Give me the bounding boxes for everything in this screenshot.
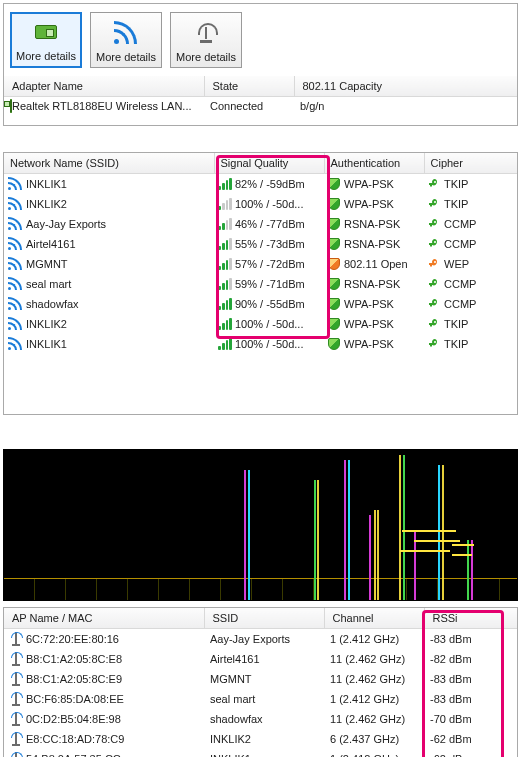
adapter-capacity-text: b/g/n: [294, 97, 517, 116]
col-signal[interactable]: Signal Quality: [214, 153, 324, 174]
ap-mac-text: BC:F6:85:DA:08:EE: [26, 693, 124, 705]
wifi-icon: [8, 218, 22, 230]
ap-rssi-text: -83 dBm: [430, 693, 472, 705]
cipher-text: CCMP: [444, 298, 476, 310]
auth-text: RSNA-PSK: [344, 278, 400, 290]
key-icon: [428, 318, 440, 330]
key-icon: [428, 238, 440, 250]
ap-row[interactable]: 0C:D2:B5:04:8E:98shadowfax11 (2.462 GHz)…: [4, 709, 517, 729]
adapter-row[interactable]: Realtek RTL8188EU Wireless LAN... Connec…: [4, 97, 517, 116]
col-ssid[interactable]: Network Name (SSID): [4, 153, 214, 174]
wifi-icon: [8, 318, 22, 330]
wifi-icon: [8, 258, 22, 270]
key-icon: [428, 338, 440, 350]
ap-row[interactable]: 54:B8:0A:57:35:CCINKLIK11 (2.412 GHz)-62…: [4, 749, 517, 757]
network-row[interactable]: INKLIK2100% / -50d...WPA-PSKTKIP: [4, 314, 517, 334]
ap-rssi-text: -70 dBm: [430, 713, 472, 725]
ap-row[interactable]: E8:CC:18:AD:78:C9INKLIK26 (2.437 GHz)-62…: [4, 729, 517, 749]
adapter-state-text: Connected: [204, 97, 294, 116]
signal-text: 59% / -71dBm: [235, 278, 305, 290]
ssid-text: Airtel4161: [26, 238, 76, 250]
ap-mac-text: 0C:D2:B5:04:8E:98: [26, 713, 121, 725]
signal-bars-icon: [218, 298, 232, 310]
antenna-details-button[interactable]: More details: [170, 12, 242, 68]
network-row[interactable]: shadowfax90% / -55dBmWPA-PSKCCMP: [4, 294, 517, 314]
adapter-details-button[interactable]: More details: [10, 12, 82, 68]
ap-rssi-text: -82 dBm: [430, 653, 472, 665]
signal-text: 82% / -59dBm: [235, 178, 305, 190]
cipher-text: TKIP: [444, 178, 468, 190]
button-label: More details: [96, 51, 156, 63]
networks-panel: Network Name (SSID) Signal Quality Authe…: [3, 152, 518, 415]
col-adapter-state[interactable]: State: [204, 76, 294, 97]
signal-text: 57% / -72dBm: [235, 258, 305, 270]
cipher-text: CCMP: [444, 218, 476, 230]
auth-text: WPA-PSK: [344, 338, 394, 350]
ap-ssid-text: seal mart: [210, 693, 255, 705]
wifi-icon: [8, 198, 22, 210]
wifi-icon: [8, 338, 22, 350]
network-row[interactable]: seal mart59% / -71dBmRSNA-PSKCCMP: [4, 274, 517, 294]
signal-text: 100% / -50d...: [235, 338, 304, 350]
cipher-text: TKIP: [444, 338, 468, 350]
ssid-text: Aay-Jay Exports: [26, 218, 106, 230]
network-row[interactable]: MGMNT57% / -72dBm802.11 OpenWEP: [4, 254, 517, 274]
tower-icon: [10, 692, 22, 706]
wifi-details-button[interactable]: More details: [90, 12, 162, 68]
network-row[interactable]: Aay-Jay Exports46% / -77dBmRSNA-PSKCCMP: [4, 214, 517, 234]
signal-bars-icon: [218, 198, 232, 210]
ap-row[interactable]: B8:C1:A2:05:8C:E8Airtel416111 (2.462 GHz…: [4, 649, 517, 669]
key-icon: [428, 258, 440, 270]
ssid-text: INKLIK2: [26, 198, 67, 210]
ap-ssid-text: INKLIK1: [210, 753, 251, 757]
adapter-table: Adapter Name State 802.11 Capacity Realt…: [4, 76, 517, 125]
ssid-text: shadowfax: [26, 298, 79, 310]
col-rssi[interactable]: RSSi: [424, 608, 517, 629]
col-adapter-cap[interactable]: 802.11 Capacity: [294, 76, 517, 97]
ap-channel-text: 11 (2.462 GHz): [330, 713, 405, 725]
ap-panel: AP Name / MAC SSID Channel RSSi 6C:72:20…: [3, 607, 518, 757]
col-apname[interactable]: AP Name / MAC: [4, 608, 204, 629]
signal-text: 55% / -73dBm: [235, 238, 305, 250]
signal-bars-icon: [218, 318, 232, 330]
shield-icon: [328, 298, 340, 310]
ap-mac-text: B8:C1:A2:05:8C:E8: [26, 653, 122, 665]
shield-icon: [328, 258, 340, 270]
key-icon: [428, 278, 440, 290]
col-cipher[interactable]: Cipher: [424, 153, 517, 174]
ssid-text: INKLIK1: [26, 178, 67, 190]
network-row[interactable]: Airtel416155% / -73dBmRSNA-PSKCCMP: [4, 234, 517, 254]
cipher-text: TKIP: [444, 198, 468, 210]
button-label: More details: [16, 50, 76, 62]
ap-row[interactable]: B8:C1:A2:05:8C:E9MGMNT11 (2.462 GHz)-83 …: [4, 669, 517, 689]
key-icon: [428, 198, 440, 210]
ap-row[interactable]: BC:F6:85:DA:08:EEseal mart1 (2.412 GHz)-…: [4, 689, 517, 709]
signal-graph: [3, 449, 518, 601]
adapter-card-icon: [35, 14, 57, 50]
ap-ssid-text: MGMNT: [210, 673, 252, 685]
ap-channel-text: 1 (2.412 GHz): [330, 693, 399, 705]
signal-bars-icon: [218, 218, 232, 230]
shield-icon: [328, 218, 340, 230]
tower-icon: [10, 632, 22, 646]
network-row[interactable]: INKLIK2100% / -50d...WPA-PSKTKIP: [4, 194, 517, 214]
ap-channel-text: 11 (2.462 GHz): [330, 653, 405, 665]
ap-row[interactable]: 6C:72:20:EE:80:16Aay-Jay Exports1 (2.412…: [4, 629, 517, 650]
ap-ssid-text: Aay-Jay Exports: [210, 633, 290, 645]
col-auth[interactable]: Authentication: [324, 153, 424, 174]
tower-icon: [10, 752, 22, 757]
network-row[interactable]: INKLIK182% / -59dBmWPA-PSKTKIP: [4, 174, 517, 195]
shield-icon: [328, 178, 340, 190]
col-adapter-name[interactable]: Adapter Name: [4, 76, 204, 97]
network-row[interactable]: INKLIK1100% / -50d...WPA-PSKTKIP: [4, 334, 517, 354]
ap-rssi-text: -62 dBm: [430, 753, 472, 757]
col-channel[interactable]: Channel: [324, 608, 424, 629]
auth-text: WPA-PSK: [344, 198, 394, 210]
ap-channel-text: 1 (2.412 GHz): [330, 633, 399, 645]
cipher-text: CCMP: [444, 238, 476, 250]
col-apssid[interactable]: SSID: [204, 608, 324, 629]
auth-text: WPA-PSK: [344, 178, 394, 190]
key-icon: [428, 178, 440, 190]
cipher-text: CCMP: [444, 278, 476, 290]
auth-text: WPA-PSK: [344, 298, 394, 310]
